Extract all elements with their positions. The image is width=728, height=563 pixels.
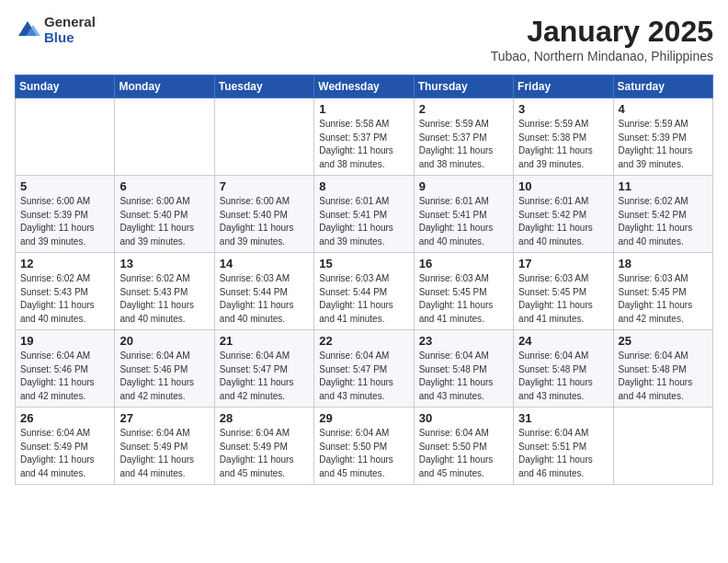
calendar-cell — [115, 98, 214, 176]
calendar-cell: 4Sunrise: 5:59 AM Sunset: 5:39 PM Daylig… — [613, 98, 712, 176]
day-number: 14 — [220, 257, 309, 270]
day-info: Sunrise: 6:04 AM Sunset: 5:48 PM Dayligh… — [419, 350, 508, 403]
day-info: Sunrise: 5:58 AM Sunset: 5:37 PM Dayligh… — [319, 118, 408, 171]
day-header-tuesday: Tuesday — [214, 75, 313, 98]
day-info: Sunrise: 5:59 AM Sunset: 5:39 PM Dayligh… — [619, 118, 708, 171]
day-number: 6 — [119, 179, 209, 193]
calendar-cell: 29Sunrise: 6:04 AM Sunset: 5:50 PM Dayli… — [314, 408, 414, 485]
day-info: Sunrise: 6:00 AM Sunset: 5:40 PM Dayligh… — [119, 195, 209, 248]
day-info: Sunrise: 5:59 AM Sunset: 5:37 PM Dayligh… — [419, 118, 508, 171]
logo-text: General Blue — [44, 15, 96, 45]
day-number: 30 — [419, 411, 508, 425]
logo-blue: Blue — [44, 30, 96, 46]
day-info: Sunrise: 5:59 AM Sunset: 5:38 PM Dayligh… — [518, 118, 608, 171]
day-number: 18 — [619, 257, 708, 270]
calendar-cell: 26Sunrise: 6:04 AM Sunset: 5:49 PM Dayli… — [16, 408, 115, 485]
day-info: Sunrise: 6:03 AM Sunset: 5:45 PM Dayligh… — [419, 272, 508, 326]
day-info: Sunrise: 6:04 AM Sunset: 5:51 PM Dayligh… — [518, 427, 608, 480]
day-number: 26 — [20, 411, 109, 425]
day-number: 25 — [619, 334, 708, 348]
day-info: Sunrise: 6:00 AM Sunset: 5:40 PM Dayligh… — [220, 195, 309, 248]
day-info: Sunrise: 6:04 AM Sunset: 5:50 PM Dayligh… — [319, 427, 408, 480]
day-number: 23 — [419, 334, 508, 348]
day-info: Sunrise: 6:01 AM Sunset: 5:41 PM Dayligh… — [319, 195, 408, 248]
month-title: January 2025 — [491, 15, 713, 49]
calendar-cell: 17Sunrise: 6:03 AM Sunset: 5:45 PM Dayli… — [514, 253, 613, 330]
header-row: SundayMondayTuesdayWednesdayThursdayFrid… — [16, 75, 713, 98]
day-info: Sunrise: 6:04 AM Sunset: 5:46 PM Dayligh… — [20, 350, 109, 403]
day-info: Sunrise: 6:04 AM Sunset: 5:46 PM Dayligh… — [119, 350, 209, 403]
day-number: 31 — [518, 411, 608, 425]
calendar-cell: 19Sunrise: 6:04 AM Sunset: 5:46 PM Dayli… — [16, 330, 115, 408]
day-info: Sunrise: 6:00 AM Sunset: 5:39 PM Dayligh… — [20, 195, 109, 248]
calendar-cell: 24Sunrise: 6:04 AM Sunset: 5:48 PM Dayli… — [514, 330, 613, 408]
day-number: 7 — [220, 179, 309, 193]
day-info: Sunrise: 6:04 AM Sunset: 5:50 PM Dayligh… — [419, 427, 508, 480]
day-info: Sunrise: 6:04 AM Sunset: 5:48 PM Dayligh… — [619, 350, 708, 403]
day-header-friday: Friday — [514, 75, 613, 98]
day-number: 8 — [319, 179, 408, 193]
day-info: Sunrise: 6:03 AM Sunset: 5:45 PM Dayligh… — [619, 272, 708, 326]
day-info: Sunrise: 6:02 AM Sunset: 5:42 PM Dayligh… — [619, 195, 708, 248]
day-number: 13 — [119, 257, 209, 270]
day-info: Sunrise: 6:04 AM Sunset: 5:48 PM Dayligh… — [518, 350, 608, 403]
day-number: 15 — [319, 257, 408, 270]
day-number: 9 — [419, 179, 508, 193]
week-row-5: 26Sunrise: 6:04 AM Sunset: 5:49 PM Dayli… — [16, 408, 713, 485]
logo: General Blue — [15, 15, 96, 45]
day-number: 22 — [319, 334, 408, 348]
day-info: Sunrise: 6:04 AM Sunset: 5:47 PM Dayligh… — [319, 350, 408, 403]
day-number: 24 — [518, 334, 608, 348]
calendar-cell: 11Sunrise: 6:02 AM Sunset: 5:42 PM Dayli… — [613, 176, 712, 253]
day-info: Sunrise: 6:01 AM Sunset: 5:41 PM Dayligh… — [419, 195, 508, 248]
calendar-cell: 31Sunrise: 6:04 AM Sunset: 5:51 PM Dayli… — [514, 408, 613, 485]
week-row-4: 19Sunrise: 6:04 AM Sunset: 5:46 PM Dayli… — [16, 330, 713, 408]
day-info: Sunrise: 6:03 AM Sunset: 5:45 PM Dayligh… — [518, 272, 608, 326]
day-number: 28 — [220, 411, 309, 425]
calendar-cell: 23Sunrise: 6:04 AM Sunset: 5:48 PM Dayli… — [414, 330, 513, 408]
calendar-cell: 2Sunrise: 5:59 AM Sunset: 5:37 PM Daylig… — [414, 98, 513, 176]
calendar-cell: 20Sunrise: 6:04 AM Sunset: 5:46 PM Dayli… — [115, 330, 214, 408]
day-number: 29 — [319, 411, 408, 425]
calendar-cell: 5Sunrise: 6:00 AM Sunset: 5:39 PM Daylig… — [16, 176, 115, 253]
week-row-3: 12Sunrise: 6:02 AM Sunset: 5:43 PM Dayli… — [16, 253, 713, 330]
calendar-cell — [214, 98, 313, 176]
calendar-cell: 10Sunrise: 6:01 AM Sunset: 5:42 PM Dayli… — [514, 176, 613, 253]
day-info: Sunrise: 6:04 AM Sunset: 5:49 PM Dayligh… — [119, 427, 209, 480]
calendar-cell: 18Sunrise: 6:03 AM Sunset: 5:45 PM Dayli… — [613, 253, 712, 330]
day-number: 16 — [419, 257, 508, 270]
day-number: 2 — [419, 102, 508, 116]
calendar-cell — [16, 98, 115, 176]
week-row-1: 1Sunrise: 5:58 AM Sunset: 5:37 PM Daylig… — [16, 98, 713, 176]
day-info: Sunrise: 6:04 AM Sunset: 5:49 PM Dayligh… — [20, 427, 109, 480]
calendar-cell: 8Sunrise: 6:01 AM Sunset: 5:41 PM Daylig… — [314, 176, 414, 253]
day-info: Sunrise: 6:03 AM Sunset: 5:44 PM Dayligh… — [220, 272, 309, 326]
day-number: 4 — [619, 102, 708, 116]
calendar-cell: 14Sunrise: 6:03 AM Sunset: 5:44 PM Dayli… — [214, 253, 313, 330]
week-row-2: 5Sunrise: 6:00 AM Sunset: 5:39 PM Daylig… — [16, 176, 713, 253]
day-info: Sunrise: 6:04 AM Sunset: 5:47 PM Dayligh… — [220, 350, 309, 403]
day-header-wednesday: Wednesday — [314, 75, 414, 98]
calendar-cell: 12Sunrise: 6:02 AM Sunset: 5:43 PM Dayli… — [16, 253, 115, 330]
location-subtitle: Tubao, Northern Mindanao, Philippines — [491, 49, 713, 63]
calendar-cell: 22Sunrise: 6:04 AM Sunset: 5:47 PM Dayli… — [314, 330, 414, 408]
calendar-cell: 13Sunrise: 6:02 AM Sunset: 5:43 PM Dayli… — [115, 253, 214, 330]
calendar-cell: 7Sunrise: 6:00 AM Sunset: 5:40 PM Daylig… — [214, 176, 313, 253]
day-number: 17 — [518, 257, 608, 270]
calendar-cell: 9Sunrise: 6:01 AM Sunset: 5:41 PM Daylig… — [414, 176, 513, 253]
calendar-cell: 25Sunrise: 6:04 AM Sunset: 5:48 PM Dayli… — [613, 330, 712, 408]
day-number: 12 — [20, 257, 109, 270]
day-number: 21 — [220, 334, 309, 348]
day-header-sunday: Sunday — [16, 75, 115, 98]
day-info: Sunrise: 6:02 AM Sunset: 5:43 PM Dayligh… — [119, 272, 209, 326]
day-number: 27 — [119, 411, 209, 425]
calendar-cell: 21Sunrise: 6:04 AM Sunset: 5:47 PM Dayli… — [214, 330, 313, 408]
logo-general: General — [44, 15, 96, 30]
calendar-cell: 16Sunrise: 6:03 AM Sunset: 5:45 PM Dayli… — [414, 253, 513, 330]
day-number: 11 — [619, 179, 708, 193]
calendar-cell: 3Sunrise: 5:59 AM Sunset: 5:38 PM Daylig… — [514, 98, 613, 176]
day-info: Sunrise: 6:01 AM Sunset: 5:42 PM Dayligh… — [518, 195, 608, 248]
day-number: 3 — [518, 102, 608, 116]
day-info: Sunrise: 6:03 AM Sunset: 5:44 PM Dayligh… — [319, 272, 408, 326]
day-info: Sunrise: 6:02 AM Sunset: 5:43 PM Dayligh… — [20, 272, 109, 326]
